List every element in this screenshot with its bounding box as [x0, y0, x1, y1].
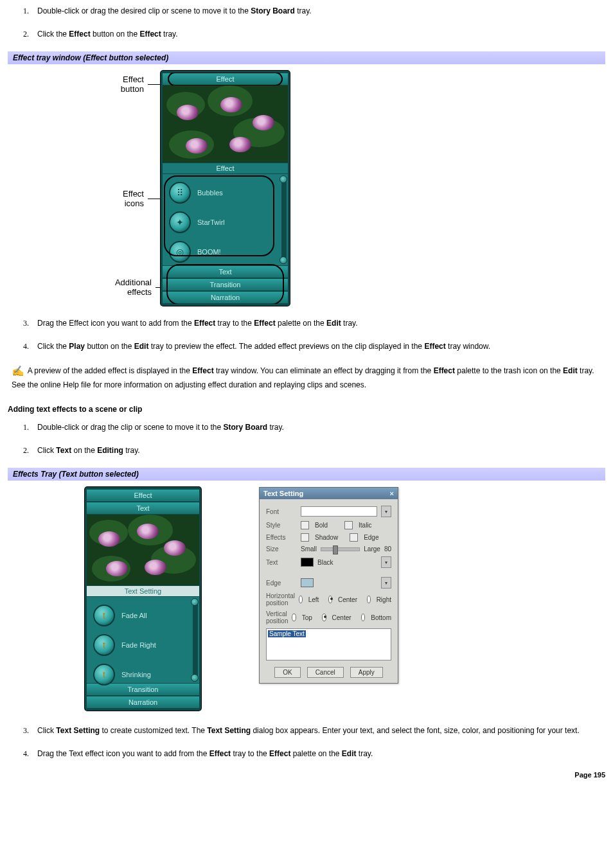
step-text: Double-click or drag the desired clip or… — [37, 6, 312, 15]
text-color-swatch[interactable] — [301, 558, 314, 567]
step-text: Click the Play button on the Edit tray t… — [37, 342, 490, 351]
scrollbar[interactable] — [193, 599, 198, 680]
step-number: 4. — [23, 748, 29, 759]
text-effect-item[interactable]: t Fade All — [89, 601, 197, 630]
effect-icon-startwirl: ✦ — [169, 211, 191, 233]
section-heading: Adding text effects to a scene or clip — [8, 405, 605, 414]
text-effect-icon: t — [93, 634, 115, 656]
steps-list-d: 3.Click Text Setting to create customize… — [8, 725, 605, 759]
step-number: 2. — [23, 28, 29, 40]
scrollbar[interactable] — [281, 177, 287, 263]
scroll-up-icon[interactable] — [280, 175, 287, 183]
scroll-down-icon[interactable] — [280, 256, 287, 264]
note-paragraph: ✍ A preview of the added effect is displ… — [8, 364, 605, 391]
effect-tab[interactable]: Effect — [87, 489, 199, 502]
edge-checkbox[interactable] — [350, 533, 358, 542]
step-text: Click Text on the Editing tray. — [37, 446, 140, 455]
font-input[interactable] — [301, 506, 377, 517]
effect-item[interactable]: ◎ BOOM! — [165, 237, 285, 267]
hpos-center-radio[interactable] — [328, 596, 332, 603]
step-item: 4.Click the Play button on the Edit tray… — [23, 341, 605, 352]
figure-callouts: Effect button Effect icons Additional ef… — [85, 71, 161, 297]
section-bar: Effects Tray (Text button selected) — [8, 468, 605, 481]
callout-effect-button: Effect button — [85, 75, 167, 94]
text-effect-icon: t — [93, 605, 115, 626]
edge-color-row: Edge ▾ — [266, 577, 391, 589]
font-dropdown-icon[interactable]: ▾ — [381, 506, 391, 517]
hpos-left-radio[interactable] — [299, 596, 303, 603]
text-effect-item[interactable]: t Shrinking — [89, 660, 197, 689]
step-number: 1. — [23, 5, 29, 17]
dialog-title: Text Setting — [263, 490, 303, 497]
dialog-titlebar: Text Setting × — [260, 488, 398, 499]
effects-list: ⠿ Bubbles ✦ StarTwirl ◎ BOOM! — [163, 174, 288, 265]
step-text: Click the Effect button on the Effect tr… — [37, 30, 178, 39]
section-bar: Effect tray window (Effect button select… — [8, 51, 605, 64]
text-tab[interactable]: Text — [87, 502, 199, 515]
figure-text-tray: Effect Text Text Setting t Fade All t Fa… — [85, 487, 605, 711]
size-row: Size Small Large 80 — [266, 545, 391, 553]
hpos-row: Horizontal position Left Center Right — [266, 592, 391, 607]
preview-window — [163, 85, 288, 163]
text-color-dropdown-icon[interactable]: ▾ — [381, 556, 391, 568]
text-setting-button[interactable]: Text Setting — [87, 585, 199, 597]
vpos-center-radio[interactable] — [322, 614, 326, 621]
apply-button[interactable]: Apply — [350, 667, 383, 678]
effect-icon-bubbles: ⠿ — [169, 182, 191, 204]
narration-tab[interactable]: Narration — [163, 291, 288, 304]
effect-panel: Effect Effect ⠿ Bubbles ✦ StarTwirl — [161, 71, 290, 306]
step-item: 1.Double-click or drag the desired clip … — [23, 5, 605, 17]
step-text: Drag the Effect icon you want to add fro… — [37, 319, 358, 328]
size-slider[interactable] — [321, 547, 360, 551]
edge-color-dropdown-icon[interactable]: ▾ — [381, 577, 391, 589]
transition-tab[interactable]: Transition — [163, 278, 288, 291]
scroll-up-icon[interactable] — [191, 598, 199, 606]
bold-checkbox[interactable] — [301, 521, 309, 529]
step-number: 4. — [23, 341, 29, 352]
effect-item[interactable]: ✦ StarTwirl — [165, 208, 285, 237]
page-number: Page 195 — [8, 771, 605, 779]
text-effects-list: t Fade All t Fade Right t Shrinking — [87, 597, 199, 683]
steps-list-a: 1.Double-click or drag the desired clip … — [8, 5, 605, 40]
text-panel: Effect Text Text Setting t Fade All t Fa… — [85, 487, 201, 711]
text-setting-dialog: Text Setting × Font ▾ Style Bold Italic … — [259, 487, 398, 684]
edge-color-swatch[interactable] — [301, 578, 314, 587]
note-icon: ✍ — [12, 364, 24, 379]
hpos-right-radio[interactable] — [367, 596, 371, 603]
figure-effect-tray: Effect button Effect icons Additional ef… — [85, 71, 605, 306]
text-tab[interactable]: Text — [163, 265, 288, 278]
steps-list-b: 3.Drag the Effect icon you want to add f… — [8, 317, 605, 352]
font-row: Font ▾ — [266, 506, 391, 517]
narration-tab[interactable]: Narration — [87, 696, 199, 709]
vpos-top-radio[interactable] — [292, 614, 296, 621]
step-number: 3. — [23, 725, 29, 736]
sample-text-input[interactable]: Sample Text — [266, 628, 391, 660]
shadow-checkbox[interactable] — [301, 533, 309, 542]
effect-category-tab[interactable]: Effect — [163, 163, 288, 174]
step-text: Drag the Text effect icon you want to ad… — [37, 749, 373, 758]
step-item: 4.Drag the Text effect icon you want to … — [23, 748, 605, 759]
effects-row: Effects Shadow Edge — [266, 533, 391, 542]
step-number: 3. — [23, 317, 29, 329]
vpos-row: Vertical position Top Center Bottom — [266, 610, 391, 624]
effect-tab-button[interactable]: Effect — [163, 73, 288, 85]
text-effect-item[interactable]: t Fade Right — [89, 630, 197, 660]
close-icon[interactable]: × — [390, 490, 394, 497]
step-item: 2.Click Text on the Editing tray. — [23, 445, 605, 456]
italic-checkbox[interactable] — [344, 521, 353, 529]
step-item: 3.Drag the Effect icon you want to add f… — [23, 317, 605, 329]
note-text: A preview of the added effect is display… — [12, 366, 594, 389]
cancel-button[interactable]: Cancel — [307, 667, 344, 678]
text-effect-icon: t — [93, 664, 115, 686]
effect-icon-boom: ◎ — [169, 241, 191, 263]
preview-window — [87, 515, 199, 585]
ok-button[interactable]: OK — [274, 667, 300, 678]
step-text: Click Text Setting to create customized … — [37, 726, 580, 735]
step-item: 1.Double-click or drag the clip or scene… — [23, 421, 605, 433]
vpos-bottom-radio[interactable] — [361, 614, 365, 621]
text-color-row: Text Black ▾ — [266, 556, 391, 568]
scroll-down-icon[interactable] — [191, 674, 199, 682]
step-text: Double-click or drag the clip or scene t… — [37, 423, 284, 432]
effect-item[interactable]: ⠿ Bubbles — [165, 178, 285, 208]
callout-effect-icons: Effect icons — [85, 189, 167, 208]
